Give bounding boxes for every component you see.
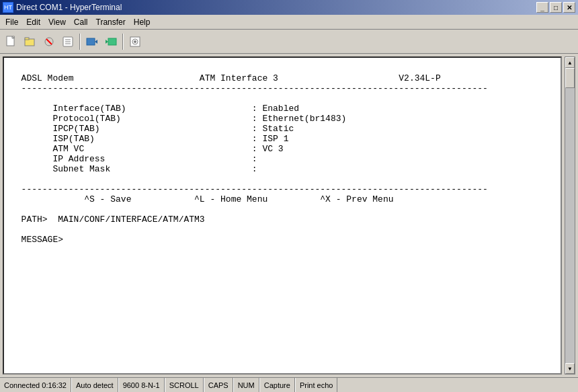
title-bar: HT Direct COM1 - HyperTerminal _ □ ✕ bbox=[0, 0, 578, 15]
terminal-content: ADSL Modem ATM Interface 3 V2.34L-P ----… bbox=[11, 73, 488, 245]
receive-button[interactable] bbox=[102, 33, 120, 50]
scroll-down-button[interactable]: ▼ bbox=[565, 363, 575, 374]
title-bar-left: HT Direct COM1 - HyperTerminal bbox=[3, 2, 122, 13]
minimize-button[interactable]: _ bbox=[536, 2, 548, 13]
menu-file[interactable]: File bbox=[1, 16, 22, 28]
toolbar-separator-2 bbox=[122, 34, 124, 50]
send-button[interactable] bbox=[83, 33, 101, 50]
toolbar-separator-1 bbox=[79, 34, 81, 50]
menu-view[interactable]: View bbox=[44, 16, 70, 28]
receive-icon bbox=[105, 36, 117, 48]
menu-call[interactable]: Call bbox=[70, 16, 92, 28]
status-capture: Capture bbox=[259, 378, 295, 392]
open-icon bbox=[24, 36, 36, 48]
svg-point-17 bbox=[134, 40, 136, 43]
status-scroll: SCROLL bbox=[165, 378, 204, 392]
menu-bar: File Edit View Call Transfer Help bbox=[0, 15, 578, 30]
new-icon bbox=[5, 36, 17, 48]
app-icon: HT bbox=[3, 2, 13, 13]
open-button[interactable] bbox=[22, 33, 39, 50]
svg-marker-12 bbox=[95, 40, 97, 44]
svg-rect-0 bbox=[7, 36, 14, 46]
properties-icon bbox=[62, 36, 74, 48]
title-bar-buttons: _ □ ✕ bbox=[536, 2, 575, 13]
scroll-up-button[interactable]: ▲ bbox=[565, 57, 575, 68]
send-icon bbox=[86, 36, 98, 48]
svg-rect-11 bbox=[87, 38, 95, 45]
maximize-button[interactable]: □ bbox=[550, 2, 562, 13]
svg-marker-14 bbox=[106, 40, 108, 44]
status-caps: CAPS bbox=[204, 378, 233, 392]
svg-rect-4 bbox=[25, 38, 29, 40]
properties-button[interactable] bbox=[59, 33, 77, 50]
capture-button[interactable] bbox=[126, 33, 144, 50]
menu-edit[interactable]: Edit bbox=[22, 16, 44, 28]
status-baud: 9600 8-N-1 bbox=[118, 378, 165, 392]
disconnect-icon bbox=[43, 36, 55, 48]
status-num: NUM bbox=[233, 378, 259, 392]
main-area: ADSL Modem ATM Interface 3 V2.34L-P ----… bbox=[0, 54, 578, 377]
new-button[interactable] bbox=[3, 33, 20, 50]
status-connection: Connected 0:16:32 bbox=[0, 378, 71, 392]
close-button[interactable]: ✕ bbox=[563, 2, 575, 13]
scrollbar[interactable]: ▲ ▼ bbox=[565, 56, 575, 375]
svg-rect-13 bbox=[108, 38, 116, 45]
capture-icon bbox=[129, 36, 141, 48]
disconnect-button[interactable] bbox=[40, 33, 58, 50]
status-printecho: Print echo bbox=[295, 378, 338, 392]
window-title: Direct COM1 - HyperTerminal bbox=[16, 3, 122, 12]
status-detect: Auto detect bbox=[71, 378, 118, 392]
toolbar bbox=[0, 30, 578, 54]
scroll-thumb[interactable] bbox=[565, 68, 575, 88]
terminal[interactable]: ADSL Modem ATM Interface 3 V2.34L-P ----… bbox=[3, 56, 562, 375]
menu-transfer[interactable]: Transfer bbox=[92, 16, 130, 28]
status-bar: Connected 0:16:32 Auto detect 9600 8-N-1… bbox=[0, 377, 578, 392]
svg-line-6 bbox=[46, 39, 52, 44]
scroll-track bbox=[565, 68, 575, 363]
menu-help[interactable]: Help bbox=[130, 16, 155, 28]
